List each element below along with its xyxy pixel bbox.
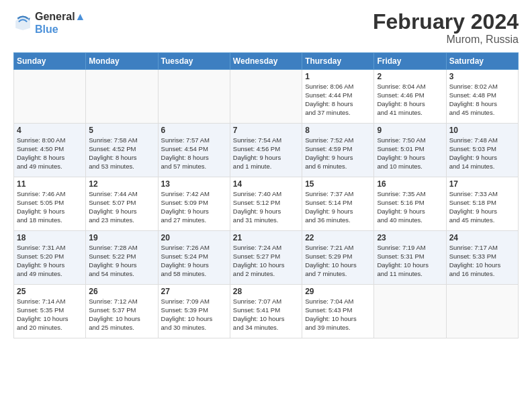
day-number: 20 <box>161 233 227 242</box>
table-row: 2Sunrise: 8:04 AM Sunset: 4:46 PM Daylig… <box>374 70 446 124</box>
day-number: 3 <box>449 72 515 81</box>
table-row: 24Sunrise: 7:17 AM Sunset: 5:33 PM Dayli… <box>446 231 518 285</box>
table-row: 11Sunrise: 7:46 AM Sunset: 5:05 PM Dayli… <box>14 177 86 231</box>
table-row: 7Sunrise: 7:54 AM Sunset: 4:56 PM Daylig… <box>230 124 302 177</box>
day-number: 21 <box>233 233 299 242</box>
header-sunday: Sunday <box>14 53 86 70</box>
table-row: 6Sunrise: 7:57 AM Sunset: 4:54 PM Daylig… <box>158 124 230 177</box>
title-block: February 2024 Murom, Russia <box>373 10 519 46</box>
table-row: 25Sunrise: 7:14 AM Sunset: 5:35 PM Dayli… <box>14 285 86 338</box>
day-number: 14 <box>233 179 299 189</box>
day-info: Sunrise: 8:00 AM Sunset: 4:50 PM Dayligh… <box>17 136 83 171</box>
day-info: Sunrise: 7:26 AM Sunset: 5:24 PM Dayligh… <box>161 244 227 278</box>
calendar-subtitle: Murom, Russia <box>373 34 519 46</box>
day-number: 9 <box>377 126 443 135</box>
day-number: 23 <box>377 233 443 242</box>
table-row: 8Sunrise: 7:52 AM Sunset: 4:59 PM Daylig… <box>302 124 374 177</box>
day-number: 26 <box>89 287 154 296</box>
table-row: 14Sunrise: 7:40 AM Sunset: 5:12 PM Dayli… <box>230 177 302 231</box>
logo-icon <box>13 13 32 32</box>
day-info: Sunrise: 7:12 AM Sunset: 5:37 PM Dayligh… <box>89 298 154 332</box>
day-info: Sunrise: 7:37 AM Sunset: 5:14 PM Dayligh… <box>305 190 371 224</box>
table-row: 15Sunrise: 7:37 AM Sunset: 5:14 PM Dayli… <box>302 177 374 231</box>
day-number: 27 <box>161 287 227 296</box>
table-row: 5Sunrise: 7:58 AM Sunset: 4:52 PM Daylig… <box>86 124 158 177</box>
header-friday: Friday <box>374 53 446 70</box>
day-info: Sunrise: 7:19 AM Sunset: 5:31 PM Dayligh… <box>377 244 443 278</box>
day-number: 11 <box>17 179 83 189</box>
table-row: 28Sunrise: 7:07 AM Sunset: 5:41 PM Dayli… <box>230 285 302 338</box>
day-number: 24 <box>449 233 515 242</box>
day-info: Sunrise: 7:31 AM Sunset: 5:20 PM Dayligh… <box>17 244 83 278</box>
day-info: Sunrise: 7:58 AM Sunset: 4:52 PM Dayligh… <box>89 136 154 171</box>
day-info: Sunrise: 7:48 AM Sunset: 5:03 PM Dayligh… <box>449 136 515 171</box>
day-info: Sunrise: 8:04 AM Sunset: 4:46 PM Dayligh… <box>377 83 443 117</box>
day-info: Sunrise: 7:40 AM Sunset: 5:12 PM Dayligh… <box>233 190 299 224</box>
calendar-week-row: 25Sunrise: 7:14 AM Sunset: 5:35 PM Dayli… <box>14 285 519 338</box>
day-number: 22 <box>305 233 371 242</box>
calendar-table: Sunday Monday Tuesday Wednesday Thursday… <box>13 52 519 338</box>
logo: General▲ Blue <box>13 10 85 36</box>
day-number: 25 <box>17 287 83 296</box>
table-row: 1Sunrise: 8:06 AM Sunset: 4:44 PM Daylig… <box>302 70 374 124</box>
table-row: 29Sunrise: 7:04 AM Sunset: 5:43 PM Dayli… <box>302 285 374 338</box>
table-row <box>158 70 230 124</box>
calendar-week-row: 18Sunrise: 7:31 AM Sunset: 5:20 PM Dayli… <box>14 231 519 285</box>
day-number: 17 <box>449 179 515 189</box>
day-number: 15 <box>305 179 371 189</box>
table-row <box>230 70 302 124</box>
table-row: 19Sunrise: 7:28 AM Sunset: 5:22 PM Dayli… <box>86 231 158 285</box>
day-info: Sunrise: 7:14 AM Sunset: 5:35 PM Dayligh… <box>17 298 83 332</box>
table-row: 9Sunrise: 7:50 AM Sunset: 5:01 PM Daylig… <box>374 124 446 177</box>
weekday-header-row: Sunday Monday Tuesday Wednesday Thursday… <box>14 53 519 70</box>
day-number: 10 <box>449 126 515 135</box>
table-row: 22Sunrise: 7:21 AM Sunset: 5:29 PM Dayli… <box>302 231 374 285</box>
table-row: 17Sunrise: 7:33 AM Sunset: 5:18 PM Dayli… <box>446 177 518 231</box>
page-container: General▲ Blue February 2024 Murom, Russi… <box>0 0 532 345</box>
day-info: Sunrise: 7:44 AM Sunset: 5:07 PM Dayligh… <box>89 190 154 224</box>
table-row: 13Sunrise: 7:42 AM Sunset: 5:09 PM Dayli… <box>158 177 230 231</box>
header-wednesday: Wednesday <box>230 53 302 70</box>
table-row <box>446 285 518 338</box>
day-info: Sunrise: 7:21 AM Sunset: 5:29 PM Dayligh… <box>305 244 371 278</box>
day-number: 8 <box>305 126 371 135</box>
header-monday: Monday <box>86 53 158 70</box>
day-info: Sunrise: 7:07 AM Sunset: 5:41 PM Dayligh… <box>233 298 299 332</box>
calendar-week-row: 4Sunrise: 8:00 AM Sunset: 4:50 PM Daylig… <box>14 124 519 177</box>
day-number: 13 <box>161 179 227 189</box>
day-number: 16 <box>377 179 443 189</box>
header-thursday: Thursday <box>302 53 374 70</box>
calendar-week-row: 11Sunrise: 7:46 AM Sunset: 5:05 PM Dayli… <box>14 177 519 231</box>
day-info: Sunrise: 7:52 AM Sunset: 4:59 PM Dayligh… <box>305 136 371 171</box>
day-number: 5 <box>89 126 154 135</box>
day-number: 18 <box>17 233 83 242</box>
day-number: 1 <box>305 72 371 81</box>
day-info: Sunrise: 7:35 AM Sunset: 5:16 PM Dayligh… <box>377 190 443 224</box>
table-row: 16Sunrise: 7:35 AM Sunset: 5:16 PM Dayli… <box>374 177 446 231</box>
day-info: Sunrise: 7:24 AM Sunset: 5:27 PM Dayligh… <box>233 244 299 278</box>
table-row: 21Sunrise: 7:24 AM Sunset: 5:27 PM Dayli… <box>230 231 302 285</box>
day-number: 12 <box>89 179 154 189</box>
day-info: Sunrise: 7:42 AM Sunset: 5:09 PM Dayligh… <box>161 190 227 224</box>
table-row: 4Sunrise: 8:00 AM Sunset: 4:50 PM Daylig… <box>14 124 86 177</box>
day-info: Sunrise: 7:46 AM Sunset: 5:05 PM Dayligh… <box>17 190 83 224</box>
day-info: Sunrise: 7:54 AM Sunset: 4:56 PM Dayligh… <box>233 136 299 171</box>
table-row: 26Sunrise: 7:12 AM Sunset: 5:37 PM Dayli… <box>86 285 158 338</box>
calendar-title: February 2024 <box>373 10 519 34</box>
table-row: 23Sunrise: 7:19 AM Sunset: 5:31 PM Dayli… <box>374 231 446 285</box>
day-info: Sunrise: 7:04 AM Sunset: 5:43 PM Dayligh… <box>305 298 371 332</box>
day-info: Sunrise: 7:17 AM Sunset: 5:33 PM Dayligh… <box>449 244 515 278</box>
day-info: Sunrise: 7:50 AM Sunset: 5:01 PM Dayligh… <box>377 136 443 171</box>
day-info: Sunrise: 7:28 AM Sunset: 5:22 PM Dayligh… <box>89 244 154 278</box>
day-info: Sunrise: 7:33 AM Sunset: 5:18 PM Dayligh… <box>449 190 515 224</box>
table-row <box>86 70 158 124</box>
day-info: Sunrise: 8:02 AM Sunset: 4:48 PM Dayligh… <box>449 83 515 117</box>
logo-text: General▲ Blue <box>35 10 85 36</box>
table-row: 18Sunrise: 7:31 AM Sunset: 5:20 PM Dayli… <box>14 231 86 285</box>
day-number: 29 <box>305 287 371 296</box>
table-row: 10Sunrise: 7:48 AM Sunset: 5:03 PM Dayli… <box>446 124 518 177</box>
table-row: 12Sunrise: 7:44 AM Sunset: 5:07 PM Dayli… <box>86 177 158 231</box>
header-saturday: Saturday <box>446 53 518 70</box>
day-info: Sunrise: 8:06 AM Sunset: 4:44 PM Dayligh… <box>305 83 371 117</box>
header: General▲ Blue February 2024 Murom, Russi… <box>13 10 519 46</box>
